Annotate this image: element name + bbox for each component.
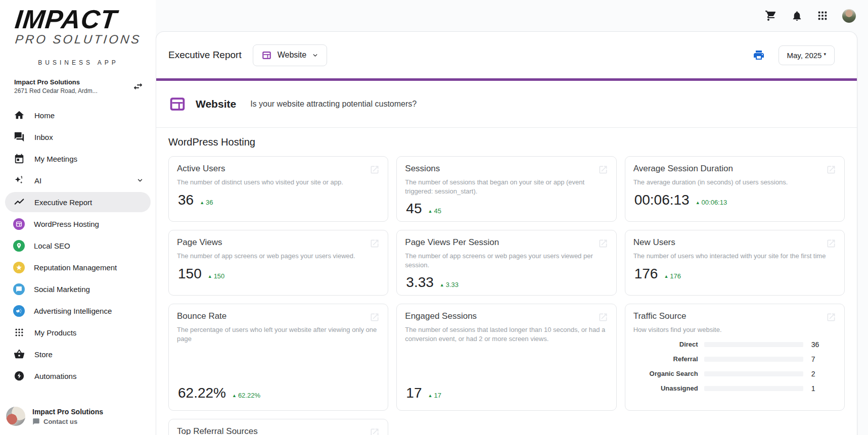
contact-chat-icon bbox=[32, 418, 40, 425]
up-arrow-icon: ▲ bbox=[428, 393, 432, 398]
open-in-new-icon[interactable] bbox=[370, 312, 380, 322]
sidebar-item-label: Automations bbox=[34, 372, 76, 380]
banner-subtitle: Is your website attracting potential cus… bbox=[250, 100, 417, 109]
metric-card-bounce-rate: Bounce Rate The percentage of users who … bbox=[168, 304, 388, 411]
open-in-new-icon[interactable] bbox=[598, 165, 608, 175]
sidebar-item-reputation-management[interactable]: Reputation Management bbox=[5, 257, 151, 277]
account-switcher: Impact Pro Solutions 2671 Red Cedar Road… bbox=[0, 66, 156, 98]
metrics-grid: Active Users The number of distinct user… bbox=[168, 156, 845, 435]
card-title: Sessions bbox=[405, 164, 598, 174]
open-in-new-icon[interactable] bbox=[826, 238, 836, 249]
metric-delta: ▲17 bbox=[428, 392, 441, 399]
metric-card-average-session-duration: Average Session Duration The average dur… bbox=[625, 156, 845, 222]
chevron-down-icon[interactable] bbox=[136, 177, 144, 184]
card-title: Average Session Duration bbox=[633, 164, 826, 174]
sidebar-item-advertising-intelligence[interactable]: Advertising Intelligence bbox=[5, 301, 151, 321]
card-title: Page Views Per Session bbox=[405, 237, 598, 248]
products-grid-icon bbox=[13, 326, 25, 339]
sidebar-item-label: AI bbox=[34, 176, 41, 185]
sidebar-item-store[interactable]: Store bbox=[5, 344, 151, 364]
chart-row-value: 36 bbox=[811, 341, 819, 349]
website-banner-icon bbox=[168, 95, 187, 113]
logo-pro-solutions: PRO SOLUTIONS bbox=[15, 33, 143, 46]
metric-value: 3.33 bbox=[406, 274, 434, 291]
app-logo: IMPACT PRO SOLUTIONS BUSINESS APP bbox=[0, 0, 156, 66]
open-in-new-icon[interactable] bbox=[370, 165, 380, 175]
sidebar-item-ai[interactable]: AI bbox=[5, 170, 151, 190]
notifications-icon[interactable] bbox=[791, 10, 803, 22]
sidebar-item-local-seo[interactable]: Local SEO bbox=[5, 235, 151, 256]
up-arrow-icon: ▲ bbox=[440, 282, 444, 287]
contact-us-label: Contact us bbox=[43, 418, 77, 425]
print-icon[interactable] bbox=[752, 49, 765, 62]
metric-delta: ▲176 bbox=[664, 272, 681, 280]
open-in-new-icon[interactable] bbox=[370, 427, 380, 435]
chart-row-direct: Direct 36 bbox=[633, 341, 836, 349]
up-arrow-icon: ▲ bbox=[232, 393, 237, 398]
card-title: Traffic Source bbox=[633, 311, 826, 321]
section-selector[interactable]: Website bbox=[253, 44, 328, 66]
contact-us-link[interactable]: Contact us bbox=[32, 418, 103, 425]
metric-card-sessions: Sessions The number of sessions that beg… bbox=[396, 156, 616, 222]
sidebar-item-inbox[interactable]: Inbox bbox=[5, 127, 151, 147]
ai-sparkle-icon bbox=[13, 174, 25, 186]
metric-delta: ▲3.33 bbox=[440, 281, 459, 288]
card-title: Page Views bbox=[177, 237, 370, 248]
caret-down-icon: ▾ bbox=[824, 52, 826, 57]
period-selector[interactable]: May, 2025 ▾ bbox=[779, 45, 835, 65]
metric-card-page-views: Page Views The number of app screens or … bbox=[168, 230, 388, 296]
sidebar-item-social-marketing[interactable]: Social Marketing bbox=[5, 279, 151, 299]
open-in-new-icon[interactable] bbox=[370, 238, 380, 249]
calendar-icon bbox=[13, 153, 25, 165]
header-controls: May, 2025 ▾ bbox=[752, 45, 835, 65]
card-description: The number of sessions that began on you… bbox=[405, 178, 608, 196]
sidebar-item-executive-report[interactable]: Executive Report bbox=[5, 192, 151, 212]
top-bar bbox=[156, 0, 868, 31]
card-title: Active Users bbox=[177, 164, 370, 174]
chart-row-value: 1 bbox=[811, 384, 815, 393]
period-label: May, 2025 bbox=[787, 51, 822, 60]
account-address: 2671 Red Cedar Road, Ardm... bbox=[14, 87, 131, 94]
sidebar-item-label: Social Marketing bbox=[34, 285, 90, 294]
card-title: Top Referral Sources bbox=[177, 426, 370, 435]
up-arrow-icon: ▲ bbox=[428, 209, 432, 214]
report-content: WordPress Hosting Active Users The numbe… bbox=[156, 128, 857, 435]
automation-bolt-icon bbox=[13, 370, 25, 382]
metric-card-traffic-source: Traffic Source How visitors find your we… bbox=[625, 304, 845, 411]
cart-icon[interactable] bbox=[765, 10, 777, 22]
sidebar: IMPACT PRO SOLUTIONS BUSINESS APP Impact… bbox=[0, 0, 156, 435]
sidebar-item-my-products[interactable]: My Products bbox=[5, 322, 151, 343]
card-description: The average duration (in seconds) of use… bbox=[633, 178, 836, 187]
sidebar-item-label: Advertising Intelligence bbox=[34, 307, 112, 315]
wordpress-hosting-icon bbox=[13, 218, 25, 230]
sidebar-item-label: Reputation Management bbox=[34, 263, 117, 272]
company-avatar bbox=[6, 407, 25, 426]
sidebar-item-label: Store bbox=[34, 350, 53, 359]
chart-row-referral: Referral 7 bbox=[633, 355, 836, 363]
metric-value: 150 bbox=[178, 266, 202, 282]
open-in-new-icon[interactable] bbox=[826, 312, 836, 322]
website-banner: Website Is your website attracting poten… bbox=[156, 81, 857, 128]
sidebar-item-label: Inbox bbox=[34, 133, 53, 141]
bar-track bbox=[704, 371, 803, 376]
card-title: New Users bbox=[633, 237, 826, 248]
sidebar-item-label: Home bbox=[34, 111, 55, 120]
sidebar-footer: Impact Pro Solutions Contact us bbox=[0, 400, 156, 435]
user-avatar[interactable] bbox=[842, 9, 856, 23]
apps-grid-icon[interactable] bbox=[816, 10, 829, 22]
card-description: The percentage of users who left your we… bbox=[177, 325, 380, 343]
sidebar-item-label: WordPress Hosting bbox=[34, 220, 99, 228]
sidebar-item-home[interactable]: Home bbox=[5, 105, 151, 125]
home-icon bbox=[13, 109, 25, 121]
sidebar-item-my-meetings[interactable]: My Meetings bbox=[5, 149, 151, 169]
sidebar-item-wordpress-hosting[interactable]: WordPress Hosting bbox=[5, 214, 151, 234]
metric-value: 00:06:13 bbox=[634, 192, 690, 208]
chart-row-label: Direct bbox=[633, 341, 698, 348]
logo-impact: IMPACT bbox=[14, 6, 143, 32]
open-in-new-icon[interactable] bbox=[598, 238, 608, 249]
social-chat-icon bbox=[13, 283, 25, 295]
open-in-new-icon[interactable] bbox=[826, 165, 836, 175]
open-in-new-icon[interactable] bbox=[598, 312, 608, 322]
swap-account-icon[interactable] bbox=[131, 80, 145, 93]
sidebar-item-automations[interactable]: Automations bbox=[5, 366, 151, 386]
